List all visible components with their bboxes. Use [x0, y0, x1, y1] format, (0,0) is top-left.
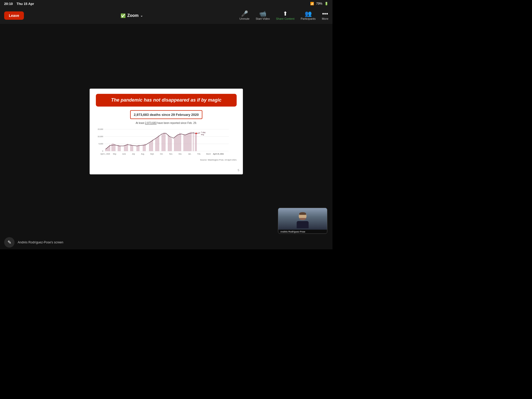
annotate-icon: ✎ [8, 240, 11, 245]
svg-rect-39 [157, 137, 158, 151]
svg-rect-41 [162, 135, 162, 151]
svg-text:avg.: avg. [201, 134, 204, 136]
svg-rect-19 [120, 146, 121, 151]
start-video-button[interactable]: 📹 Start Video [256, 11, 270, 20]
svg-rect-37 [155, 139, 156, 151]
svg-rect-42 [163, 134, 163, 151]
date: Thu 15 Apr [17, 2, 34, 6]
more-label: More [322, 17, 328, 20]
wifi-icon: 📶 [310, 2, 314, 5]
slide-subtitle: At least 2,973,683 have been reported si… [96, 122, 237, 124]
more-button[interactable]: ••• More [322, 11, 328, 20]
svg-rect-61 [189, 133, 189, 151]
toolbar-center: ✅ Zoom ⌄ [121, 13, 143, 18]
subtitle-suffix: have been reported since Feb. 29. [157, 122, 197, 124]
svg-text:April 15, 2021: April 15, 2021 [213, 153, 224, 155]
zoom-toolbar: Leave ✅ Zoom ⌄ 🎤 Unmute 📹 Start Video ⬆ … [0, 7, 332, 24]
unmute-button[interactable]: 🎤 Unmute [240, 11, 250, 20]
svg-rect-38 [156, 138, 157, 151]
zoom-shield-icon: ✅ [121, 13, 126, 18]
svg-text:May: May [113, 153, 116, 155]
svg-text:5,000: 5,000 [99, 143, 103, 145]
svg-rect-31 [144, 144, 145, 151]
video-muted-icon: 📹 [259, 11, 266, 17]
svg-text:June: June [122, 153, 126, 155]
status-bar: 20:10 Thu 15 Apr 📶 79% 🔋 [0, 0, 332, 7]
slide-title: The pandemic has not disappeared as if b… [111, 97, 221, 103]
svg-text:7-day: 7-day [201, 131, 205, 134]
more-icon: ••• [322, 11, 328, 17]
toolbar-right: 🎤 Unmute 📹 Start Video ⬆ Share Content 👥… [240, 11, 328, 20]
participant-video: + − Andrés Rodríguez-Pose [278, 208, 327, 234]
svg-rect-57 [184, 135, 185, 151]
subtitle-prefix: At least [136, 122, 145, 124]
svg-text:April 1, 2020: April 1, 2020 [101, 153, 110, 155]
svg-rect-52 [177, 135, 178, 151]
svg-rect-59 [187, 134, 187, 151]
participants-label: Participants [301, 17, 315, 20]
share-content-button[interactable]: ⬆ Share Content [276, 11, 295, 20]
slide-page-number: 5 [238, 169, 239, 172]
status-right: 📶 79% 🔋 [310, 2, 328, 5]
svg-rect-36 [152, 140, 153, 151]
svg-rect-45 [168, 135, 169, 151]
leave-button[interactable]: Leave [4, 11, 24, 20]
chevron-down-icon[interactable]: ⌄ [140, 14, 143, 17]
annotate-button[interactable]: ✎ [4, 237, 15, 248]
svg-rect-48 [171, 138, 172, 151]
svg-rect-18 [119, 145, 119, 151]
participant-name: Andrés Rodríguez-Pose [280, 230, 305, 233]
deaths-box: 2,973,683 deaths since 29 February 2020 [130, 110, 202, 119]
svg-rect-65 [193, 132, 194, 151]
svg-text:March: March [206, 153, 211, 155]
svg-rect-33 [149, 143, 150, 151]
svg-text:Feb.: Feb. [197, 153, 201, 155]
svg-rect-50 [175, 137, 176, 151]
svg-rect-60 [188, 134, 188, 151]
deaths-chart: 15,000 10,000 5,000 0 [96, 127, 237, 158]
svg-rect-24 [130, 144, 131, 151]
svg-rect-26 [132, 145, 133, 151]
svg-text:0: 0 [102, 150, 103, 152]
svg-rect-55 [180, 134, 181, 151]
svg-rect-66 [195, 133, 196, 151]
app-name: Zoom [127, 13, 139, 18]
svg-rect-13 [111, 144, 112, 151]
screen-share-label: Andrés Rodríguez-Pose's screen [18, 241, 63, 244]
presentation-slide: The pandemic has not disappeared as if b… [90, 89, 243, 174]
share-content-label: Share Content [276, 17, 295, 20]
participants-icon: 👥 [305, 11, 312, 17]
svg-point-68 [195, 133, 197, 134]
svg-rect-62 [190, 132, 190, 151]
slide-title-banner: The pandemic has not disappeared as if b… [96, 94, 237, 107]
share-icon: ⬆ [283, 11, 288, 17]
bottom-bar: ✎ Andrés Rodríguez-Pose's screen [0, 235, 332, 249]
svg-rect-28 [138, 145, 138, 151]
svg-rect-46 [169, 136, 170, 151]
toolbar-left: Leave [4, 11, 24, 20]
participants-button[interactable]: 👥 Participants [301, 11, 315, 20]
svg-rect-63 [191, 132, 191, 151]
svg-rect-54 [179, 133, 180, 151]
svg-rect-34 [150, 142, 151, 151]
svg-rect-14 [112, 143, 113, 151]
svg-text:10,000: 10,000 [98, 136, 103, 137]
svg-rect-47 [170, 137, 171, 151]
svg-text:Nov.: Nov. [169, 153, 173, 155]
svg-text:Dec.: Dec. [178, 153, 182, 155]
svg-rect-58 [185, 135, 186, 151]
svg-text:July: July [132, 153, 135, 155]
unmute-label: Unmute [240, 17, 250, 20]
svg-rect-67 [196, 134, 197, 151]
svg-rect-43 [164, 132, 164, 151]
svg-text:15,000: 15,000 [98, 128, 103, 130]
status-time-date: 20:10 Thu 15 Apr [4, 2, 34, 6]
svg-text:Oct.: Oct. [160, 153, 163, 155]
video-feed [278, 208, 327, 230]
svg-rect-49 [174, 138, 175, 151]
svg-rect-22 [126, 144, 127, 151]
microphone-muted-icon: 🎤 [241, 11, 248, 17]
battery-icon: 🔋 [324, 2, 328, 5]
chart-source: Source: Washington Post, 15 April 2021 [96, 159, 237, 161]
subtitle-number: 2,973,683 [145, 122, 157, 124]
